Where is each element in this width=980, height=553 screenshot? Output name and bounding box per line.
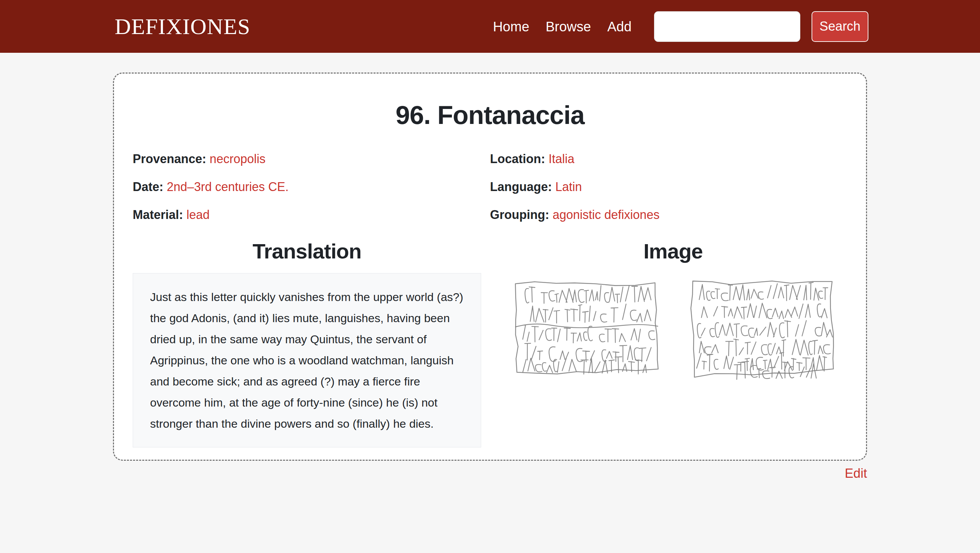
search-form: Search	[654, 11, 869, 42]
search-input[interactable]	[654, 11, 800, 42]
page-title: 96. Fontanaccia	[133, 102, 847, 129]
tablet-sketch-left	[507, 273, 663, 381]
translation-column: Translation Just as this letter quickly …	[133, 238, 481, 448]
tablet-image	[499, 273, 847, 381]
nav-links: Home Browse Add	[493, 20, 632, 33]
edit-link[interactable]: Edit	[845, 466, 867, 480]
navbar: DEFIXIONES Home Browse Add Search	[0, 0, 980, 53]
brand-logo[interactable]: DEFIXIONES	[115, 15, 250, 38]
search-button[interactable]: Search	[811, 11, 869, 42]
field-label: Date:	[133, 180, 163, 194]
image-column: Image	[499, 238, 847, 448]
content-columns: Translation Just as this letter quickly …	[133, 238, 847, 448]
translation-text: Just as this letter quickly vanishes fro…	[150, 290, 463, 430]
nav-link-add[interactable]: Add	[608, 20, 632, 33]
nav-link-home[interactable]: Home	[493, 20, 530, 33]
grouping-link[interactable]: agonistic defixiones	[553, 208, 659, 222]
language-link[interactable]: Latin	[555, 180, 582, 194]
field-label: Material:	[133, 208, 183, 222]
field-label: Location:	[490, 152, 545, 166]
date-link[interactable]: 2nd–3rd centuries CE.	[167, 180, 288, 194]
field-location: Location: Italia	[490, 151, 847, 167]
nav-link-browse[interactable]: Browse	[546, 20, 591, 33]
field-label: Provenance:	[133, 152, 206, 166]
field-date: Date: 2nd–3rd centuries CE.	[133, 179, 490, 194]
tablet-sketch-right	[683, 273, 840, 381]
field-label: Language:	[490, 180, 552, 194]
main-content: 96. Fontanaccia Provenance: necropolis L…	[0, 73, 980, 481]
material-link[interactable]: lead	[186, 208, 210, 222]
field-label: Grouping:	[490, 208, 549, 222]
translation-heading: Translation	[133, 240, 481, 263]
provenance-link[interactable]: necropolis	[210, 152, 266, 166]
record-card: 96. Fontanaccia Provenance: necropolis L…	[113, 73, 867, 461]
translation-box: Just as this letter quickly vanishes fro…	[133, 273, 481, 448]
field-material: Material: lead	[133, 207, 490, 222]
metadata-grid: Provenance: necropolis Location: Italia …	[133, 151, 847, 235]
field-grouping: Grouping: agonistic defixiones	[490, 207, 847, 222]
image-heading: Image	[499, 240, 847, 263]
location-link[interactable]: Italia	[549, 152, 574, 166]
field-provenance: Provenance: necropolis	[133, 151, 490, 167]
edit-row: Edit	[113, 466, 867, 481]
field-language: Language: Latin	[490, 179, 847, 194]
